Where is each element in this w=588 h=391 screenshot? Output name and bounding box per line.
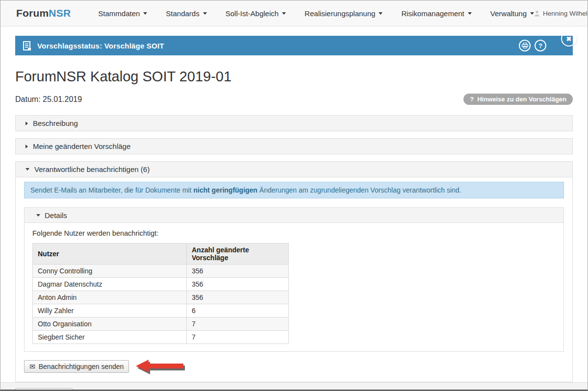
table-row: Otto Organisation 7 (33, 318, 289, 331)
triangle-right-icon (26, 122, 28, 125)
nav-item-soll-ist-abgleich[interactable]: Soll-Ist-Abgleich (226, 9, 286, 18)
user-name-cell: Siegbert Sicher (33, 331, 187, 344)
column-header-anzahl: Anzahl geänderte Vorschläge (187, 244, 289, 265)
user-name: Henning Wilhelm (543, 10, 588, 17)
user-name-cell: Otto Organisation (33, 318, 187, 331)
nav-item-risikomanagement[interactable]: Risikomanagement (401, 9, 471, 18)
chevron-down-icon (143, 12, 147, 15)
close-page-button[interactable]: ✖ Schließen (15, 388, 73, 391)
table-row: Dagmar Datenschutz 356 (33, 278, 289, 291)
chevron-down-icon (530, 12, 534, 15)
notified-users-table: Nutzer Anzahl geänderte Vorschläge Conny… (32, 243, 289, 344)
question-mark-icon: ? (470, 96, 474, 103)
help-button[interactable]: ? (535, 40, 546, 51)
info-text: Sendet E-Mails an Mitarbeiter, die für D… (30, 186, 193, 194)
triangle-right-icon (26, 145, 28, 148)
details-label: Details (45, 211, 67, 220)
user-name-cell: Dagmar Datenschutz (33, 278, 187, 291)
notify-intro-text: Folgende Nutzer werden benachrichtigt: (32, 229, 556, 237)
triangle-down-icon (26, 168, 29, 171)
info-text: Änderungen am zugrundeliegenden Vorschla… (257, 186, 461, 194)
table-row: Conny Controlling 356 (33, 265, 289, 278)
send-row: ✉ Benachrichtigungen senden (24, 358, 564, 375)
panel-title-bar: Vorschlagsstatus: Vorschläge SOIT ? ✖ (15, 36, 573, 55)
count-cell: 7 (187, 331, 289, 344)
question-mark-icon: ? (538, 42, 542, 49)
nav-right-area: Henning Wilhelm (ADMINISTRATOR) (534, 6, 588, 21)
details-body: Folgende Nutzer werden benachrichtigt: N… (25, 223, 563, 351)
table-row: Willy Zahler 6 (33, 304, 289, 318)
accordion-verantwortliche: Verantwortliche benachrichtigen (6) Send… (15, 161, 573, 382)
count-cell: 356 (187, 278, 289, 291)
accordion-header-meine-vorschlaege[interactable]: Meine geänderten Vorschläge (15, 138, 573, 154)
nav-item-label: Realisierungsplanung (305, 9, 375, 18)
print-button[interactable] (519, 40, 531, 51)
app-window: ForumNSR Stammdaten Standards Soll-Ist-A… (0, 0, 588, 391)
red-arrow-annotation (134, 358, 186, 375)
top-navbar: ForumNSR Stammdaten Standards Soll-Ist-A… (0, 0, 588, 26)
nav-item-label: Verwaltung (490, 9, 527, 18)
close-icon: ✖ (566, 35, 572, 43)
table-header-row: Nutzer Anzahl geänderte Vorschläge (33, 244, 289, 265)
details-header[interactable]: Details (25, 208, 563, 223)
table-row: Anton Admin 356 (33, 291, 289, 304)
hints-badge[interactable]: ?Hinweise zu den Vorschlägen (463, 94, 573, 105)
nav-item-realisierungsplanung[interactable]: Realisierungsplanung (305, 9, 383, 18)
printer-icon (522, 43, 528, 49)
accordion-body-verantwortliche: Sendet E-Mails an Mitarbeiter, die für D… (15, 177, 573, 382)
page-footer: ✖ Schließen (0, 382, 588, 391)
date-label: Datum: 25.01.2019 (15, 95, 82, 104)
accordion-meine-vorschlaege: Meine geänderten Vorschläge (15, 138, 573, 154)
nav-item-label: Soll-Ist-Abgleich (226, 9, 279, 18)
user-menu[interactable]: Henning Wilhelm (ADMINISTRATOR) (534, 10, 588, 17)
accordion-label: Verantwortliche benachrichtigen (6) (34, 165, 150, 173)
count-cell: 6 (187, 304, 289, 318)
count-cell: 356 (187, 265, 289, 278)
count-cell: 356 (187, 291, 289, 304)
accordion-beschreibung: Beschreibung (15, 115, 573, 131)
hints-badge-label: Hinweise zu den Vorschlägen (477, 96, 566, 103)
nav-item-label: Standards (166, 9, 199, 18)
chevron-down-icon (203, 12, 207, 15)
chevron-down-icon (282, 12, 286, 15)
table-row: Siegbert Sicher 7 (33, 331, 289, 344)
user-name-cell: Anton Admin (33, 291, 187, 304)
nav-item-label: Risikomanagement (401, 9, 464, 18)
accordion-header-verantwortliche[interactable]: Verantwortliche benachrichtigen (6) (15, 161, 573, 177)
info-text-bold: nicht geringfügigen (193, 186, 257, 194)
chevron-down-icon (379, 12, 383, 15)
user-icon (534, 10, 540, 17)
accordion-header-beschreibung[interactable]: Beschreibung (15, 115, 573, 131)
nav-item-label: Stammdaten (98, 9, 140, 18)
logo-part-nsr: NSR (49, 7, 71, 19)
count-cell: 7 (187, 318, 289, 331)
send-notifications-label: Benachrichtigungen senden (39, 363, 124, 370)
user-name-cell: Conny Controlling (33, 265, 187, 278)
info-message: Sendet E-Mails an Mitarbeiter, die für D… (24, 182, 564, 198)
chevron-down-icon (468, 12, 472, 15)
user-name-cell: Willy Zahler (33, 304, 187, 318)
send-notifications-button[interactable]: ✉ Benachrichtigungen senden (24, 360, 129, 373)
date-row: Datum: 25.01.2019 ?Hinweise zu den Vorsc… (15, 94, 573, 105)
column-header-nutzer: Nutzer (33, 244, 187, 265)
nav-menu: Stammdaten Standards Soll-Ist-Abgleich R… (98, 9, 534, 18)
accordion-label: Meine geänderten Vorschläge (33, 142, 130, 150)
nav-item-stammdaten[interactable]: Stammdaten (98, 9, 147, 18)
panel-title: Vorschlagsstatus: Vorschläge SOIT (37, 42, 164, 50)
main-content: Vorschlagsstatus: Vorschläge SOIT ? ✖ Fo… (0, 26, 588, 382)
app-logo[interactable]: ForumNSR (16, 7, 71, 19)
details-panel: Details Folgende Nutzer werden benachric… (24, 207, 564, 352)
panel-close-button[interactable]: ✖ (561, 31, 577, 47)
logo-part-forum: Forum (16, 7, 49, 19)
triangle-down-icon (36, 214, 40, 217)
envelope-icon: ✉ (29, 363, 35, 370)
panel-actions: ? (519, 40, 546, 51)
nav-item-verwaltung[interactable]: Verwaltung (490, 9, 534, 18)
document-icon (23, 41, 31, 50)
page-title: ForumNSR Katalog SOIT 2019-01 (15, 69, 573, 85)
accordion-label: Beschreibung (33, 119, 78, 127)
nav-item-standards[interactable]: Standards (166, 9, 206, 18)
